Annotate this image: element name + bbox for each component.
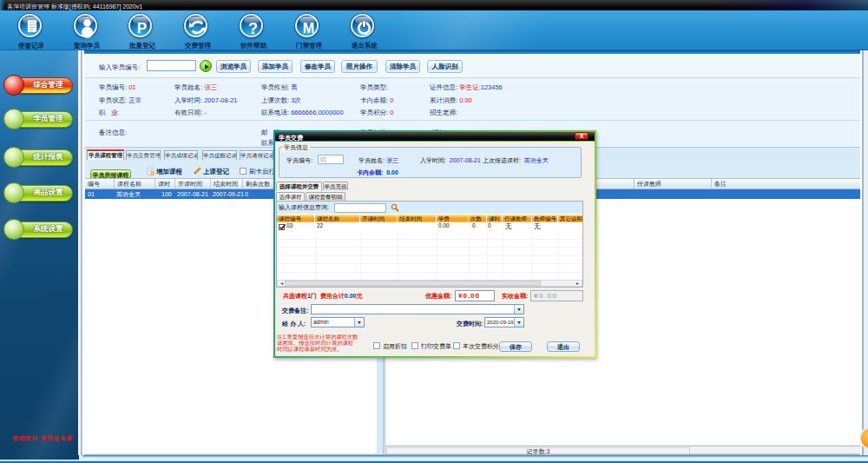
svg-text:P: P xyxy=(137,20,147,36)
svg-text:?: ? xyxy=(248,20,258,37)
svg-text:M: M xyxy=(303,20,314,36)
